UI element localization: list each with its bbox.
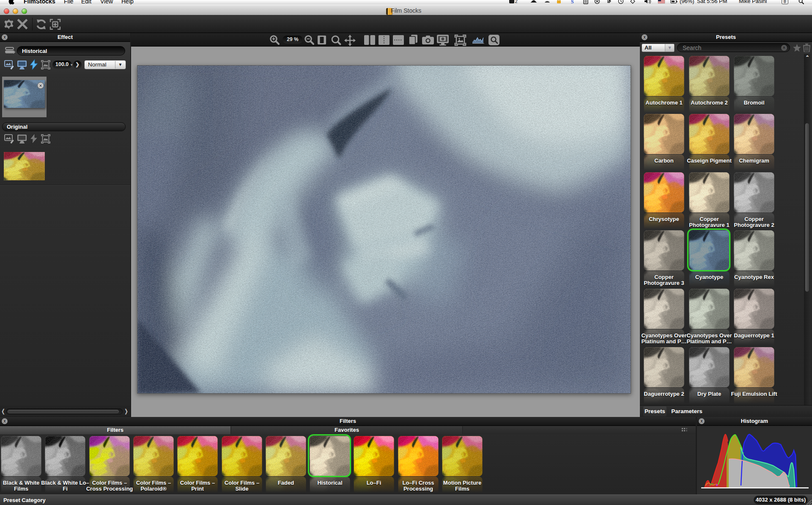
svg-text:S: S <box>571 0 574 4</box>
svg-text:2: 2 <box>515 0 518 4</box>
